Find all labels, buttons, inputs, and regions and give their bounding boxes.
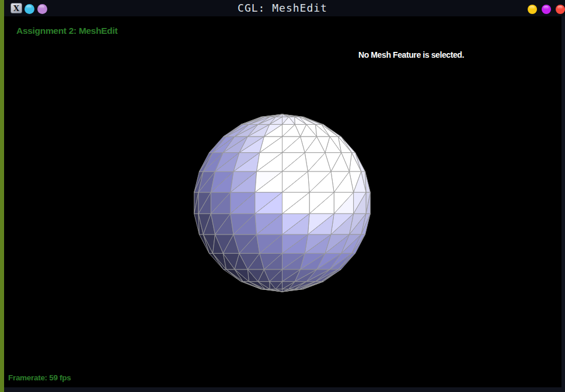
framerate-label: Framerate: 59 fps [8, 373, 71, 382]
window-control-magenta[interactable] [542, 5, 551, 14]
gl-viewport[interactable]: Assignment 2: MeshEdit No Mesh Feature i… [4, 16, 561, 387]
window-title: CGL: MeshEdit [0, 0, 565, 16]
mesh-canvas[interactable] [4, 16, 561, 387]
window-edge-strip [0, 0, 4, 392]
app-window: X CGL: MeshEdit Assignment 2: MeshEdit N… [0, 0, 565, 392]
window-control-yellow[interactable] [528, 5, 537, 14]
window-control-red[interactable] [556, 5, 565, 14]
titlebar: X CGL: MeshEdit [0, 0, 565, 16]
sphere-mesh [194, 114, 371, 292]
